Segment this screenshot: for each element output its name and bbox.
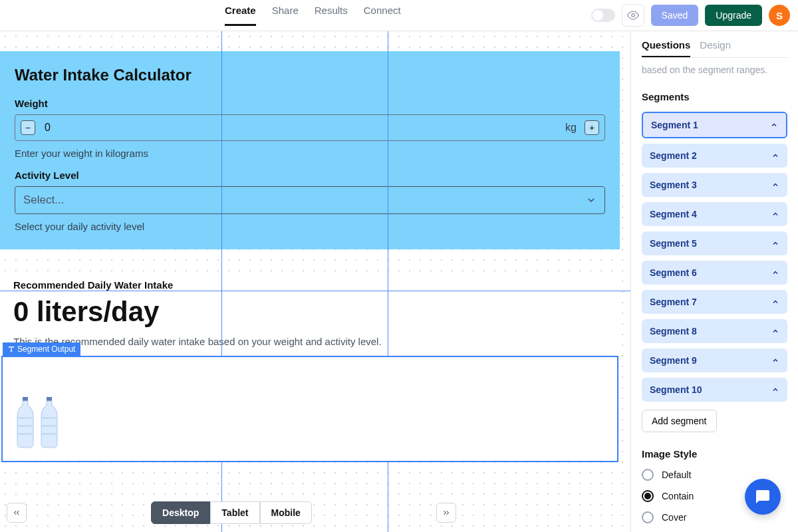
- device-tab-mobile[interactable]: Mobile: [260, 501, 312, 524]
- saved-button[interactable]: Saved: [651, 5, 699, 26]
- svg-rect-3: [18, 425, 33, 427]
- topbar-tab-create[interactable]: Create: [225, 5, 256, 26]
- nav-prev-button[interactable]: [7, 503, 27, 523]
- svg-rect-8: [42, 433, 57, 435]
- radio-icon: [642, 490, 654, 502]
- topbar: CreateShareResultsConnect Saved Upgrade …: [0, 0, 798, 31]
- sidebar-tab-questions[interactable]: Questions: [642, 39, 690, 57]
- eye-icon: [627, 9, 639, 21]
- chevron-down-icon: [586, 195, 597, 205]
- segment-label: Segment 6: [650, 267, 697, 278]
- segment-label: Segment 2: [650, 150, 697, 161]
- segment-row-6[interactable]: Segment 6: [642, 261, 787, 285]
- topbar-tab-results[interactable]: Results: [315, 5, 348, 26]
- device-tabs: DesktopTabletMobile: [151, 501, 312, 524]
- segments-list: Segment 1Segment 2Segment 3Segment 4Segm…: [642, 112, 787, 402]
- image-style-title: Image Style: [642, 448, 787, 460]
- footer-bar: DesktopTabletMobile: [0, 493, 463, 532]
- segment-row-4[interactable]: Segment 4: [642, 202, 787, 226]
- bottles-illustration: [13, 396, 61, 449]
- form-block[interactable]: Water Intake Calculator Weight − 0 kg + …: [0, 51, 620, 249]
- weight-unit: kg: [563, 122, 579, 134]
- segment-label: Segment 1: [651, 120, 698, 130]
- activity-label[interactable]: Activity Level: [0, 170, 620, 186]
- bottle-icon: [37, 396, 61, 449]
- chevron-up-icon: [770, 121, 778, 129]
- nav-next-button[interactable]: [436, 503, 456, 523]
- main: Water Intake Calculator Weight − 0 kg + …: [0, 31, 798, 532]
- topbar-right: Saved Upgrade S: [591, 4, 790, 27]
- svg-rect-7: [42, 425, 57, 427]
- topbar-tabs: CreateShareResultsConnect: [225, 5, 401, 26]
- segment-label: Segment 8: [650, 326, 697, 336]
- segment-row-8[interactable]: Segment 8: [642, 319, 787, 343]
- svg-rect-2: [18, 417, 33, 419]
- sidebar: QuestionsDesign based on the segment ran…: [630, 31, 798, 532]
- segments-title: Segments: [642, 91, 787, 102]
- segment-label: Segment 3: [650, 180, 697, 190]
- weight-increment-button[interactable]: +: [585, 120, 599, 135]
- svg-rect-6: [42, 417, 57, 419]
- topbar-tab-connect[interactable]: Connect: [364, 5, 401, 26]
- form-title[interactable]: Water Intake Calculator: [0, 51, 620, 98]
- text-icon: [8, 346, 15, 352]
- result-value[interactable]: 0 liters/day: [13, 296, 606, 328]
- svg-rect-4: [18, 433, 33, 435]
- segment-label: Segment 7: [650, 297, 697, 307]
- segment-output-tag-label: Segment Output: [17, 344, 75, 354]
- activity-helper[interactable]: Select your daily activity level: [0, 214, 620, 243]
- chevron-up-icon: [771, 327, 779, 335]
- chevron-up-icon: [771, 269, 779, 277]
- segment-row-2[interactable]: Segment 2: [642, 144, 787, 168]
- segment-row-3[interactable]: Segment 3: [642, 173, 787, 197]
- sidebar-tab-design[interactable]: Design: [700, 39, 731, 57]
- device-tab-tablet[interactable]: Tablet: [210, 501, 259, 524]
- radio-label: Cover: [662, 512, 686, 523]
- chevron-up-icon: [771, 298, 779, 306]
- segment-row-9[interactable]: Segment 9: [642, 348, 787, 372]
- chevrons-left-icon: [12, 508, 21, 517]
- segment-label: Segment 4: [650, 209, 697, 219]
- weight-input-wrap[interactable]: − 0 kg +: [15, 114, 605, 141]
- segment-row-10[interactable]: Segment 10: [642, 378, 787, 402]
- canvas[interactable]: Water Intake Calculator Weight − 0 kg + …: [0, 31, 630, 532]
- segment-label: Segment 10: [650, 384, 702, 395]
- topbar-tab-share[interactable]: Share: [272, 5, 299, 26]
- chevron-up-icon: [771, 356, 779, 364]
- radio-icon: [642, 469, 654, 481]
- add-segment-button[interactable]: Add segment: [642, 410, 717, 432]
- chevrons-right-icon: [442, 508, 451, 517]
- segment-output-block[interactable]: Segment Output: [1, 356, 618, 462]
- result-block[interactable]: Recommended Daily Water Intake 0 liters/…: [0, 274, 620, 360]
- weight-input[interactable]: 0: [41, 122, 563, 134]
- radio-label: Default: [662, 469, 691, 480]
- chevron-up-icon: [771, 152, 779, 160]
- preview-button[interactable]: [622, 4, 644, 27]
- preview-toggle[interactable]: [591, 9, 615, 22]
- chat-icon: [755, 489, 771, 505]
- segment-label: Segment 9: [650, 355, 697, 366]
- chat-fab[interactable]: [745, 479, 781, 515]
- activity-placeholder: Select...: [23, 194, 64, 207]
- segment-output-tag: Segment Output: [3, 342, 80, 356]
- activity-select[interactable]: Select...: [15, 186, 605, 214]
- result-label[interactable]: Recommended Daily Water Intake: [13, 279, 606, 291]
- svg-rect-5: [47, 397, 52, 401]
- chevron-up-icon: [771, 181, 779, 189]
- radio-icon: [642, 511, 654, 523]
- segment-row-1[interactable]: Segment 1: [642, 112, 787, 138]
- chevron-up-icon: [771, 210, 779, 218]
- upgrade-button[interactable]: Upgrade: [705, 5, 762, 26]
- segment-row-7[interactable]: Segment 7: [642, 290, 787, 314]
- sidebar-tabs: QuestionsDesign: [642, 39, 787, 58]
- weight-label[interactable]: Weight: [0, 98, 620, 114]
- weight-helper[interactable]: Enter your weight in kilograms: [0, 141, 620, 170]
- user-avatar[interactable]: S: [769, 5, 790, 26]
- svg-rect-1: [23, 397, 28, 401]
- guide-horizontal: [0, 291, 630, 291]
- device-tab-desktop[interactable]: Desktop: [151, 501, 210, 524]
- result-description[interactable]: This is the recommended daily water inta…: [13, 336, 606, 347]
- segment-row-5[interactable]: Segment 5: [642, 231, 787, 255]
- bottle-icon: [13, 396, 37, 449]
- weight-decrement-button[interactable]: −: [21, 120, 35, 135]
